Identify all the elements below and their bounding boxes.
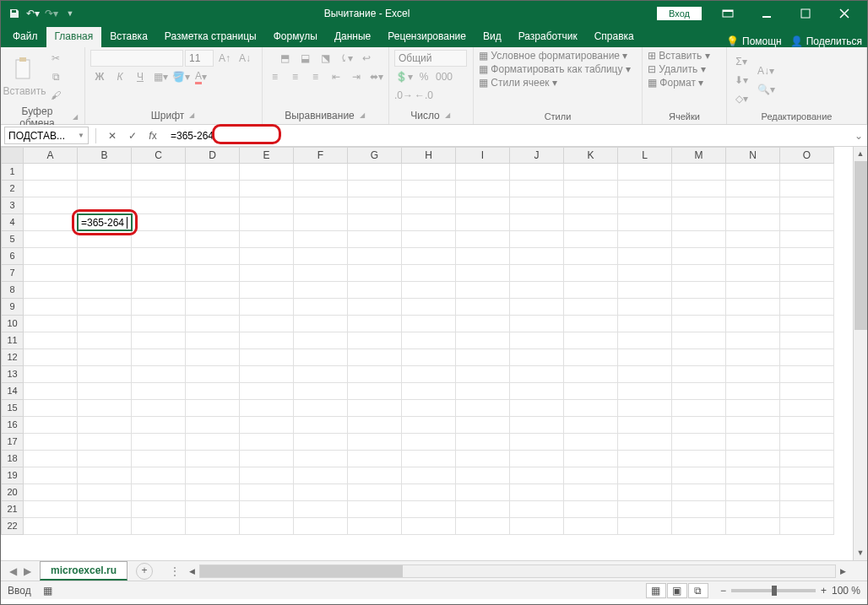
cell-N11[interactable]	[726, 332, 780, 349]
cell-F14[interactable]	[294, 383, 348, 400]
cell-M22[interactable]	[672, 518, 726, 535]
cell-K16[interactable]	[564, 417, 618, 434]
cell-I12[interactable]	[456, 349, 510, 366]
cell-A20[interactable]	[24, 484, 78, 501]
font-color-icon[interactable]: A▾	[192, 68, 210, 85]
cell-E5[interactable]	[240, 231, 294, 248]
cell-D17[interactable]	[186, 434, 240, 451]
cell-A7[interactable]	[24, 265, 78, 282]
cell-M2[interactable]	[672, 181, 726, 197]
cell-C14[interactable]	[132, 383, 186, 400]
cell-O8[interactable]	[780, 282, 834, 299]
cell-O9[interactable]	[780, 299, 834, 316]
tab-review[interactable]: Рецензирование	[379, 27, 475, 47]
cell-L6[interactable]	[618, 248, 672, 265]
cell-H15[interactable]	[402, 400, 456, 417]
cell-K8[interactable]	[564, 282, 618, 299]
conditional-format-button[interactable]: ▦ Условное форматирование ▾	[479, 50, 627, 62]
cell-H10[interactable]	[402, 316, 456, 332]
row-header-12[interactable]: 12	[1, 349, 24, 366]
cell-L21[interactable]	[618, 501, 672, 518]
tab-formulas[interactable]: Формулы	[265, 27, 326, 47]
row-header-15[interactable]: 15	[1, 400, 24, 417]
fill-icon[interactable]: ⬇▾	[732, 72, 751, 89]
orientation-icon[interactable]: ⤹▾	[337, 50, 355, 67]
cell-L12[interactable]	[618, 349, 672, 366]
cell-O17[interactable]	[780, 434, 834, 451]
cell-A3[interactable]	[24, 197, 78, 214]
cell-D3[interactable]	[186, 197, 240, 214]
cell-F20[interactable]	[294, 484, 348, 501]
cell-F12[interactable]	[294, 349, 348, 366]
cell-C7[interactable]	[132, 265, 186, 282]
cell-O19[interactable]	[780, 467, 834, 484]
cell-I21[interactable]	[456, 501, 510, 518]
cell-N13[interactable]	[726, 366, 780, 383]
cell-M5[interactable]	[672, 231, 726, 248]
cell-I8[interactable]	[456, 282, 510, 299]
cell-M11[interactable]	[672, 332, 726, 349]
redo-icon[interactable]: ↷▾	[45, 7, 58, 20]
view-normal-icon[interactable]: ▦	[646, 583, 666, 598]
cell-B1[interactable]	[78, 164, 132, 181]
cell-E8[interactable]	[240, 282, 294, 299]
qat-dropdown-icon[interactable]: ▼	[63, 7, 77, 20]
cell-H9[interactable]	[402, 299, 456, 316]
cell-B22[interactable]	[78, 518, 132, 535]
cell-C2[interactable]	[132, 181, 186, 197]
cell-O7[interactable]	[780, 265, 834, 282]
tab-view[interactable]: Вид	[475, 27, 510, 47]
cell-B16[interactable]	[78, 417, 132, 434]
cell-B20[interactable]	[78, 484, 132, 501]
undo-icon[interactable]: ↶▾	[26, 7, 40, 20]
cell-L2[interactable]	[618, 181, 672, 197]
cut-icon[interactable]: ✂	[46, 50, 65, 67]
autosum-icon[interactable]: Σ▾	[732, 53, 751, 70]
cell-C11[interactable]	[132, 332, 186, 349]
cell-E18[interactable]	[240, 451, 294, 467]
cell-L8[interactable]	[618, 282, 672, 299]
cell-H21[interactable]	[402, 501, 456, 518]
cell-N18[interactable]	[726, 451, 780, 467]
align-bottom-icon[interactable]: ⬔	[317, 50, 335, 67]
cell-H3[interactable]	[402, 197, 456, 214]
cell-J21[interactable]	[510, 501, 564, 518]
cell-F1[interactable]	[294, 164, 348, 181]
cell-B5[interactable]	[78, 231, 132, 248]
row-header-20[interactable]: 20	[1, 484, 24, 501]
cell-O14[interactable]	[780, 383, 834, 400]
cell-C20[interactable]	[132, 484, 186, 501]
row-header-19[interactable]: 19	[1, 467, 24, 484]
align-right-icon[interactable]: ≡	[307, 68, 325, 85]
maximize-icon[interactable]	[786, 1, 825, 26]
cell-E11[interactable]	[240, 332, 294, 349]
cell-E7[interactable]	[240, 265, 294, 282]
cell-B4[interactable]	[78, 214, 132, 231]
vertical-scrollbar[interactable]: ▲ ▼	[853, 147, 867, 560]
cell-H2[interactable]	[402, 181, 456, 197]
cell-G12[interactable]	[348, 349, 402, 366]
cell-M20[interactable]	[672, 484, 726, 501]
cell-G14[interactable]	[348, 383, 402, 400]
cell-C19[interactable]	[132, 467, 186, 484]
paste-button[interactable]: Вставить	[6, 50, 43, 104]
cell-A14[interactable]	[24, 383, 78, 400]
cell-M4[interactable]	[672, 214, 726, 231]
cell-I1[interactable]	[456, 164, 510, 181]
vscroll-thumb[interactable]	[854, 161, 867, 330]
cell-A22[interactable]	[24, 518, 78, 535]
cell-E15[interactable]	[240, 400, 294, 417]
cell-B10[interactable]	[78, 316, 132, 332]
cell-D5[interactable]	[186, 231, 240, 248]
cell-N3[interactable]	[726, 197, 780, 214]
cell-L20[interactable]	[618, 484, 672, 501]
cell-I3[interactable]	[456, 197, 510, 214]
cell-L15[interactable]	[618, 400, 672, 417]
tab-nav-next-icon[interactable]: ▶	[24, 565, 31, 577]
tab-pagelayout[interactable]: Разметка страницы	[156, 27, 265, 47]
cell-F2[interactable]	[294, 181, 348, 197]
hscroll-thumb[interactable]	[200, 565, 403, 577]
cell-N22[interactable]	[726, 518, 780, 535]
cell-M10[interactable]	[672, 316, 726, 332]
cell-A18[interactable]	[24, 451, 78, 467]
